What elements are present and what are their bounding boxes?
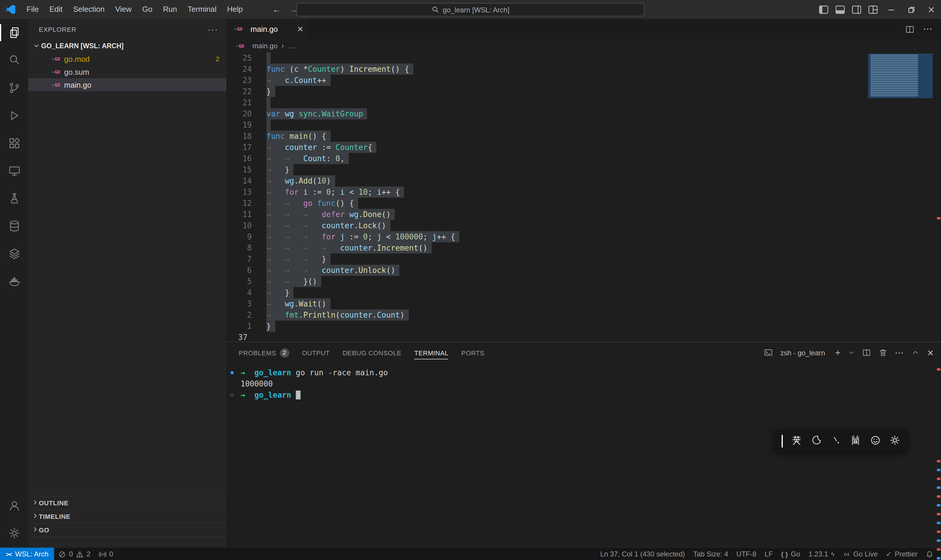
kill-terminal-icon[interactable]	[879, 348, 888, 357]
section-go[interactable]: GO	[28, 523, 226, 537]
punctuation-icon[interactable]	[830, 435, 842, 448]
explorer-more-actions-icon[interactable]: ···	[208, 24, 218, 34]
code-text: → }	[266, 164, 294, 175]
remote-indicator[interactable]: >< WSL: Arch	[0, 548, 54, 560]
notifications-status[interactable]	[922, 548, 938, 560]
terminal-view[interactable]: ●→ go_learn go run -race main.go1000000○…	[227, 363, 941, 547]
search-view-icon[interactable]	[0, 46, 28, 74]
run-and-debug-icon[interactable]	[0, 102, 28, 129]
command-center-search[interactable]: go_learn [WSL: Arch]	[297, 3, 644, 17]
line-number: 12	[227, 198, 258, 209]
toggle-panel-icon[interactable]	[832, 5, 848, 14]
emoji-picker-icon[interactable]	[870, 435, 881, 448]
go-version-status[interactable]: 1.23.1 ϟ	[804, 548, 838, 560]
database-icon[interactable]	[0, 212, 28, 240]
toggle-primary-sidebar-icon[interactable]	[815, 5, 832, 14]
folder-root[interactable]: GO_LEARN [WSL: ARCH]	[28, 39, 226, 52]
prettier-status[interactable]: ✓ Prettier	[882, 548, 922, 560]
customize-layout-icon[interactable]	[864, 5, 881, 14]
panel-tab-ports[interactable]: PORTS	[461, 342, 484, 363]
extensions-icon[interactable]	[0, 129, 28, 157]
indentation-status[interactable]: Tab Size: 4	[689, 548, 732, 560]
close-panel-icon[interactable]: ✕	[927, 348, 934, 357]
line-number: 13	[227, 186, 258, 198]
launch-profile-chevron-icon[interactable]	[848, 349, 855, 356]
explorer-icon[interactable]	[0, 19, 28, 46]
problems-badge: 2	[216, 55, 219, 62]
menu-selection[interactable]: Selection	[68, 0, 110, 19]
selection-highlight: → }	[266, 164, 294, 175]
menu-edit[interactable]: Edit	[44, 0, 68, 19]
section-outline[interactable]: OUTLINE	[28, 496, 226, 509]
code-text: → wg.Wait()	[266, 298, 331, 309]
code-text: → for i := 0; i < 10; i++ {	[266, 186, 404, 198]
docker-icon[interactable]	[0, 268, 28, 295]
go-file-icon: GO	[52, 69, 60, 74]
new-terminal-icon[interactable]: +	[835, 348, 841, 357]
line-number: 17	[227, 142, 258, 153]
source-control-icon[interactable]	[0, 74, 28, 102]
selection-highlight: → }	[266, 287, 294, 298]
file-row-main-go[interactable]: GOmain.go	[28, 78, 226, 91]
line-number: 11	[227, 209, 258, 220]
terminal-instance-label[interactable]: zsh - go_learn	[780, 349, 825, 357]
english-mode-icon[interactable]	[791, 435, 803, 448]
settings-gear-icon[interactable]	[0, 519, 28, 547]
file-row-go-mod[interactable]: GOgo.mod2	[28, 52, 226, 65]
menu-go[interactable]: Go	[137, 0, 158, 19]
menu-terminal[interactable]: Terminal	[182, 0, 222, 19]
go-back-icon[interactable]: ←	[272, 0, 281, 19]
breadcrumb-file[interactable]: main.go	[252, 42, 277, 50]
panel-more-actions-icon[interactable]: ···	[895, 349, 904, 357]
close-tab-icon[interactable]: ✕	[297, 25, 303, 34]
ports-status[interactable]: 0	[95, 548, 117, 560]
breadcrumb-symbol[interactable]: …	[288, 42, 295, 50]
go-live-status[interactable]: Go Live	[839, 548, 882, 560]
section-timeline[interactable]: TIMELINE	[28, 509, 226, 523]
error-icon	[58, 550, 66, 558]
line-number: 16	[227, 153, 258, 164]
file-row-go-sum[interactable]: GOgo.sum	[28, 65, 226, 78]
accounts-icon[interactable]	[0, 492, 28, 519]
simplified-chinese-icon[interactable]	[850, 435, 861, 448]
warning-count: 2	[86, 550, 90, 558]
breadcrumb[interactable]: GO main.go › …	[227, 39, 941, 52]
line-number: 21	[227, 97, 258, 108]
scrollbar-decoration-mark	[937, 548, 940, 551]
menu-view[interactable]: View	[110, 0, 137, 19]
go-file-icon: GO	[52, 82, 60, 87]
halfwidth-moon-icon[interactable]	[811, 435, 822, 448]
testing-icon[interactable]	[0, 185, 28, 212]
encoding-status[interactable]: UTF-8	[732, 548, 760, 560]
selection-highlight	[266, 119, 271, 131]
menu-run[interactable]: Run	[158, 0, 182, 19]
panel-tab-problems[interactable]: PROBLEMS2	[239, 342, 289, 363]
eol-status[interactable]: LF	[760, 548, 777, 560]
code-editor[interactable]: 2524func (c *Counter) Increment() {23→ c…	[227, 52, 941, 342]
editor-group: GO main.go ✕ ··· GO main.go › … 2524func…	[226, 19, 941, 547]
menu-file[interactable]: File	[21, 0, 44, 19]
split-terminal-icon[interactable]	[863, 348, 871, 357]
tab-main-go[interactable]: GO main.go ✕	[227, 19, 308, 39]
ime-settings-icon[interactable]	[889, 435, 900, 448]
layers-icon[interactable]	[0, 240, 28, 268]
split-editor-icon[interactable]	[905, 25, 915, 34]
cursor-position-status[interactable]: Ln 37, Col 1 (430 selected)	[596, 548, 689, 560]
minimap[interactable]	[868, 54, 933, 98]
restore-button[interactable]	[901, 0, 921, 19]
maximize-panel-icon[interactable]	[912, 349, 919, 357]
panel-tab-output[interactable]: OUTPUT	[302, 342, 330, 363]
language-mode-status[interactable]: { } Go	[777, 548, 804, 560]
problems-status[interactable]: 0 2	[54, 548, 95, 560]
remote-explorer-icon[interactable]	[0, 157, 28, 185]
close-window-button[interactable]	[921, 0, 941, 19]
selection-highlight: → → → }	[266, 254, 331, 265]
menu-help[interactable]: Help	[222, 0, 248, 19]
minimize-button[interactable]	[881, 0, 901, 19]
editor-more-actions-icon[interactable]: ···	[923, 25, 933, 34]
panel-tab-terminal[interactable]: TERMINAL	[414, 342, 449, 363]
panel-tab-debug-console[interactable]: DEBUG CONSOLE	[343, 342, 401, 363]
toggle-secondary-sidebar-icon[interactable]	[848, 5, 864, 14]
code-line: 25	[227, 52, 941, 63]
chevron-right-icon	[32, 512, 39, 521]
